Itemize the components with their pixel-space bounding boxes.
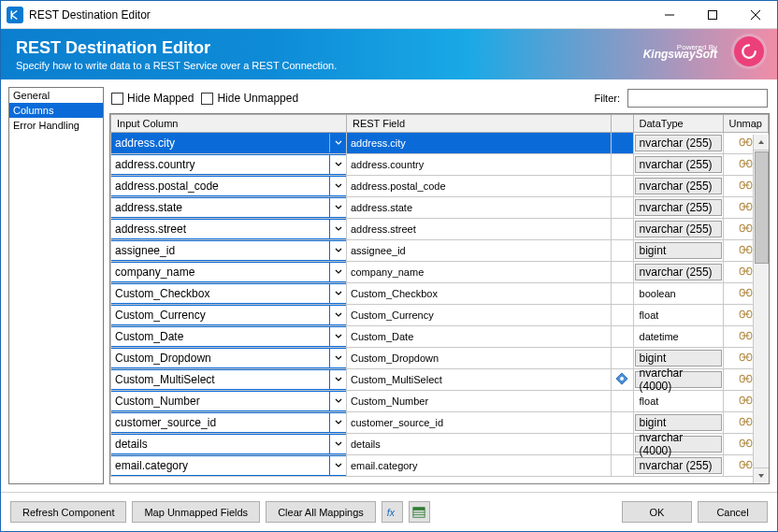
vertical-scrollbar[interactable] (753, 135, 769, 483)
chevron-down-icon[interactable] (329, 435, 346, 453)
input-column-value: Custom_Dropdown (111, 349, 329, 367)
table-row[interactable]: address.countryaddress.countrynvarchar (… (111, 154, 769, 176)
rest-field-cell[interactable]: address.postal_code (347, 176, 612, 197)
chevron-down-icon[interactable] (329, 177, 346, 195)
indicator-cell (611, 412, 633, 434)
properties-button[interactable] (409, 501, 430, 523)
close-button[interactable] (734, 1, 777, 29)
input-column-dropdown[interactable]: Custom_Currency (110, 305, 347, 325)
chevron-down-icon[interactable] (329, 349, 346, 367)
rest-field-cell[interactable]: Custom_Date (347, 326, 612, 348)
rest-field-cell[interactable]: customer_source_id (347, 412, 612, 434)
input-column-dropdown[interactable]: address.street (110, 219, 347, 239)
input-column-value: Custom_Checkbox (111, 284, 329, 303)
map-unmapped-button[interactable]: Map Unmapped Fields (132, 501, 260, 523)
rest-field-cell[interactable]: Custom_Currency (347, 305, 612, 326)
input-column-dropdown[interactable]: Custom_Dropdown (110, 348, 347, 368)
chevron-down-icon[interactable] (329, 241, 346, 260)
col-header-unmap[interactable]: Unmap (723, 115, 768, 133)
unmap-icon (739, 352, 753, 366)
chevron-down-icon[interactable] (329, 370, 346, 389)
hide-mapped-checkbox[interactable]: Hide Mapped (111, 92, 194, 105)
input-column-dropdown[interactable]: address.postal_code (110, 176, 347, 196)
table-row[interactable]: address.streetaddress.streetnvarchar (25… (111, 219, 769, 240)
rest-field-cell[interactable]: Custom_Dropdown (347, 348, 612, 369)
function-button[interactable]: fx (382, 501, 403, 523)
input-column-dropdown[interactable]: email.category (110, 455, 347, 476)
clear-all-mappings-button[interactable]: Clear All Mappings (266, 501, 376, 523)
scroll-thumb[interactable] (755, 151, 769, 264)
rest-field-cell[interactable]: Custom_Checkbox (347, 283, 612, 305)
minimize-button[interactable] (648, 1, 691, 29)
table-row[interactable]: Custom_CheckboxCustom_Checkboxboolean (111, 283, 769, 305)
rest-field-cell[interactable]: address.country (347, 154, 612, 176)
datatype-cell: float (633, 305, 723, 326)
indicator-cell (611, 434, 633, 455)
table-row[interactable]: Custom_CurrencyCustom_Currencyfloat (111, 305, 769, 326)
chevron-down-icon[interactable] (329, 284, 346, 303)
indicator-cell (611, 283, 633, 305)
cancel-button[interactable]: Cancel (698, 501, 768, 523)
table-row[interactable]: address.cityaddress.citynvarchar (255) (111, 133, 769, 154)
input-column-dropdown[interactable]: details (110, 434, 347, 454)
chevron-down-icon[interactable] (329, 327, 346, 346)
col-header-rest[interactable]: REST Field (347, 115, 612, 133)
table-row[interactable]: company_namecompany_namenvarchar (255) (111, 262, 769, 283)
rest-field-cell[interactable]: assignee_id (347, 240, 612, 262)
rest-field-cell[interactable]: address.state (347, 197, 612, 219)
col-header-input[interactable]: Input Column (111, 115, 347, 133)
rest-field-cell[interactable]: details (347, 434, 612, 455)
hide-unmapped-checkbox[interactable]: Hide Unmapped (201, 92, 298, 105)
input-column-dropdown[interactable]: Custom_MultiSelect (110, 369, 347, 390)
input-column-dropdown[interactable]: address.country (110, 154, 347, 175)
refresh-component-button[interactable]: Refresh Component (10, 501, 126, 523)
unmap-icon (739, 459, 753, 473)
nav-item-general[interactable]: General (9, 88, 103, 103)
input-column-dropdown[interactable]: assignee_id (110, 240, 347, 261)
chevron-down-icon[interactable] (329, 155, 346, 174)
input-column-dropdown[interactable]: customer_source_id (110, 412, 347, 433)
rest-field-cell[interactable]: Custom_Number (347, 391, 612, 412)
rest-field-cell[interactable]: Custom_MultiSelect (347, 369, 612, 391)
ok-button[interactable]: OK (622, 501, 692, 523)
table-row[interactable]: address.stateaddress.statenvarchar (255) (111, 197, 769, 219)
input-column-value: address.city (111, 134, 329, 152)
chevron-down-icon[interactable] (329, 198, 346, 217)
indicator-cell (611, 219, 633, 240)
chevron-down-icon[interactable] (329, 263, 346, 281)
filter-input[interactable] (627, 89, 768, 108)
table-row[interactable]: detailsdetailsnvarchar (4000) (111, 434, 769, 455)
chevron-down-icon[interactable] (329, 306, 346, 324)
chevron-down-icon[interactable] (329, 456, 346, 475)
input-column-dropdown[interactable]: Custom_Checkbox (110, 283, 347, 304)
input-column-dropdown[interactable]: address.city (110, 133, 347, 153)
table-row[interactable]: assignee_idassignee_idbigint (111, 240, 769, 262)
input-column-dropdown[interactable]: address.state (110, 197, 347, 218)
input-column-value: address.postal_code (111, 177, 329, 195)
table-row[interactable]: address.postal_codeaddress.postal_codenv… (111, 176, 769, 197)
rest-field-cell[interactable]: company_name (347, 262, 612, 283)
chevron-down-icon[interactable] (329, 220, 346, 238)
rest-field-cell[interactable]: address.city (347, 133, 612, 154)
nav-item-error-handling[interactable]: Error Handling (9, 118, 103, 133)
chevron-down-icon[interactable] (329, 134, 346, 152)
scroll-down-icon[interactable] (754, 467, 769, 483)
input-column-dropdown[interactable]: Custom_Number (110, 391, 347, 411)
maximize-button[interactable] (691, 1, 734, 29)
checkbox-icon (111, 93, 123, 105)
app-icon (7, 7, 23, 23)
input-column-dropdown[interactable]: company_name (110, 262, 347, 282)
rest-field-cell[interactable]: email.category (347, 455, 612, 477)
input-column-dropdown[interactable]: Custom_Date (110, 326, 347, 347)
col-header-datatype[interactable]: DataType (633, 115, 723, 133)
table-row[interactable]: Custom_DateCustom_Datedatetime (111, 326, 769, 348)
table-row[interactable]: Custom_NumberCustom_Numberfloat (111, 391, 769, 412)
chevron-down-icon[interactable] (329, 413, 346, 432)
nav-item-columns[interactable]: Columns (9, 103, 103, 118)
rest-field-cell[interactable]: address.street (347, 219, 612, 240)
chevron-down-icon[interactable] (329, 392, 346, 410)
table-row[interactable]: email.categoryemail.categorynvarchar (25… (111, 455, 769, 477)
indicator-cell (611, 326, 633, 348)
scroll-up-icon[interactable] (754, 135, 769, 151)
table-row[interactable]: Custom_MultiSelectCustom_MultiSelectnvar… (111, 369, 769, 391)
